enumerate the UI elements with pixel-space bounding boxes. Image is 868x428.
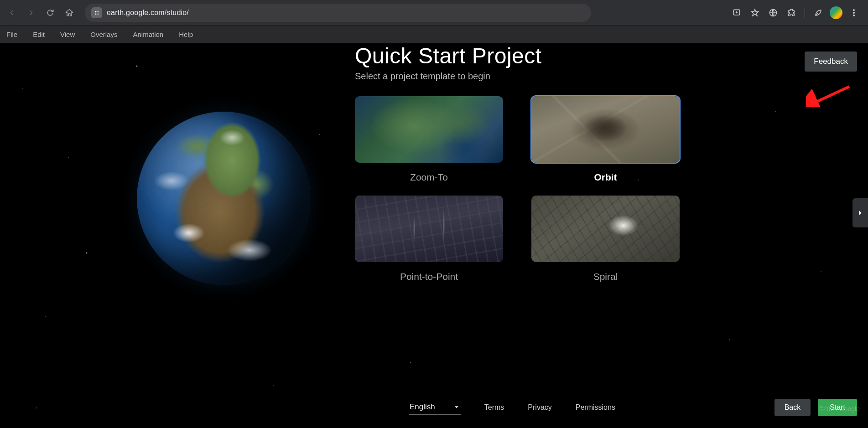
footer-link-privacy[interactable]: Privacy	[528, 403, 551, 412]
footer-bar: English Terms Privacy Permissions Back S…	[355, 399, 857, 416]
globe-icon[interactable]	[766, 6, 780, 20]
template-thumb	[531, 96, 680, 163]
template-orbit[interactable]: Orbit	[531, 96, 680, 183]
url-text: earth.google.com/studio/	[107, 9, 189, 17]
template-thumb	[355, 96, 503, 163]
footer-link-permissions[interactable]: Permissions	[576, 403, 615, 412]
template-zoom-to[interactable]: Zoom-To	[355, 96, 503, 183]
template-point-to-point[interactable]: Point-to-Point	[355, 196, 503, 282]
template-label: Zoom-To	[410, 172, 448, 183]
main-viewport: Feedback Quick Start Project Select a pr…	[0, 43, 868, 428]
menu-view[interactable]: View	[60, 31, 75, 38]
chevron-down-icon	[453, 404, 460, 410]
svg-point-7	[853, 12, 854, 13]
extensions-icon[interactable]	[785, 6, 798, 20]
page-subtitle: Select a project template to begin	[355, 71, 841, 82]
install-app-icon[interactable]	[730, 6, 743, 20]
earth-globe[interactable]	[137, 112, 310, 285]
svg-point-6	[853, 9, 854, 10]
template-thumb	[531, 196, 680, 262]
menu-help[interactable]: Help	[179, 31, 193, 38]
template-grid: Zoom-To Orbit Point-to-Point Spiral	[355, 96, 841, 282]
page-title: Quick Start Project	[355, 43, 841, 68]
site-info-icon[interactable]	[91, 7, 102, 18]
nav-forward-button[interactable]	[23, 5, 39, 21]
reload-button[interactable]	[42, 5, 58, 21]
template-label: Point-to-Point	[400, 271, 458, 282]
browser-toolbar: earth.google.com/studio/	[0, 0, 868, 25]
footer-link-terms[interactable]: Terms	[484, 403, 504, 412]
app-menubar: File Edit View Overlays Animation Help	[0, 25, 868, 43]
language-select[interactable]: English	[409, 401, 461, 415]
svg-point-8	[853, 15, 854, 16]
template-label: Spiral	[593, 271, 618, 282]
quickstart-panel: Quick Start Project Select a project tem…	[355, 43, 868, 282]
menu-edit[interactable]: Edit	[33, 31, 45, 38]
language-value: English	[410, 402, 435, 412]
menu-overlays[interactable]: Overlays	[90, 31, 117, 38]
address-bar[interactable]: earth.google.com/studio/	[85, 4, 591, 22]
leaf-icon[interactable]	[811, 6, 825, 20]
menu-file[interactable]: File	[6, 31, 17, 38]
kebab-menu-icon[interactable]	[847, 6, 861, 20]
template-label: Orbit	[594, 172, 617, 183]
nav-back-button[interactable]	[4, 5, 20, 21]
separator	[805, 8, 805, 18]
back-button[interactable]: Back	[774, 399, 811, 416]
start-button[interactable]: Start	[818, 399, 857, 416]
template-spiral[interactable]: Spiral	[531, 196, 680, 282]
side-panel-toggle[interactable]	[852, 198, 868, 227]
template-thumb	[355, 196, 503, 262]
bookmark-star-icon[interactable]	[748, 6, 762, 20]
profile-avatar[interactable]	[830, 6, 842, 19]
home-button[interactable]	[61, 5, 78, 21]
menu-animation[interactable]: Animation	[133, 31, 163, 38]
